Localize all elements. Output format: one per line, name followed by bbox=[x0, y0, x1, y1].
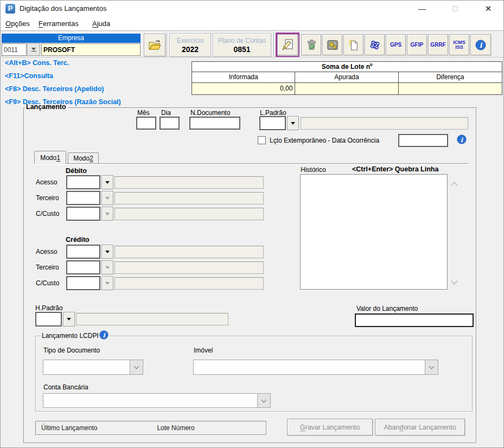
debito-ccusto-input[interactable] bbox=[66, 207, 100, 221]
link-desc-razao[interactable]: <F9> Desc. Terceiros (Razão Social) bbox=[5, 98, 121, 106]
title-bar: P Digitação dos Lançamentos — ✕ bbox=[1, 1, 503, 17]
tipo-documento-select[interactable] bbox=[43, 360, 143, 375]
credito-terceiro-dropdown-button[interactable] bbox=[101, 260, 113, 274]
debito-terceiro-dropdown-button[interactable] bbox=[101, 191, 113, 205]
soma-informada-value[interactable]: 0,00 bbox=[192, 83, 295, 94]
active-tool-highlight bbox=[276, 33, 299, 57]
toolbar: Empresa Exercício 2022 Plano de Contas 0… bbox=[1, 30, 503, 57]
gravar-lancamento-button[interactable]: Gravar Lançamento bbox=[287, 419, 373, 436]
empresa-header: Empresa bbox=[2, 34, 141, 43]
soma-diferenca-value bbox=[399, 83, 502, 94]
extemporaneo-label: Lçto Extemporâneo - Data Ocorrência bbox=[270, 137, 379, 144]
empresa-dropdown-button[interactable] bbox=[27, 43, 40, 56]
chevron-down-icon bbox=[134, 364, 139, 369]
rotate-view-button[interactable] bbox=[365, 34, 385, 55]
empresa-code-input[interactable] bbox=[2, 43, 27, 56]
settings-button[interactable] bbox=[322, 34, 342, 55]
credito-acesso-input[interactable] bbox=[66, 245, 100, 259]
info-icon: i bbox=[475, 40, 486, 50]
exercicio-panel: Exercício 2022 bbox=[169, 33, 211, 57]
h-padrao-description-field bbox=[76, 313, 228, 325]
empresa-name-field[interactable] bbox=[41, 43, 141, 56]
h-padrao-label: H.Padrão bbox=[35, 304, 63, 312]
lcdpr-info-icon[interactable]: i bbox=[98, 330, 110, 342]
gfip-button[interactable]: GFIP bbox=[407, 34, 427, 55]
credito-ccusto-input[interactable] bbox=[66, 276, 100, 290]
settings-gears-icon bbox=[327, 39, 339, 51]
abandonar-lancamento-button[interactable]: Abandonar Lançamento bbox=[375, 419, 465, 436]
credito-acesso-description-field bbox=[114, 246, 264, 258]
debito-ccusto-dropdown-button[interactable] bbox=[101, 207, 113, 221]
link-desc-apelido[interactable]: <F8> Desc. Terceiros (Apelido) bbox=[5, 85, 104, 93]
icms-iss-button[interactable]: ICMS ISS bbox=[449, 34, 469, 55]
conta-bancaria-dropdown-button[interactable] bbox=[257, 394, 270, 407]
soma-header-diferenca: Diferença bbox=[399, 72, 502, 82]
new-entry-button[interactable] bbox=[343, 34, 363, 55]
toolbar-separator bbox=[273, 33, 275, 57]
plano-contas-panel: Plano de Contas 0851 bbox=[213, 33, 271, 57]
conta-bancaria-select[interactable] bbox=[43, 393, 271, 408]
exercicio-value: 2022 bbox=[182, 45, 199, 54]
link-cons-terc[interactable]: <Alt+B> Cons. Terc. bbox=[5, 59, 69, 67]
credito-terceiro-input[interactable] bbox=[66, 260, 100, 274]
dia-label: Dia bbox=[161, 109, 171, 117]
dropdown-arrow-icon bbox=[105, 266, 110, 269]
close-button[interactable]: ✕ bbox=[476, 1, 501, 17]
debito-acesso-dropdown-button[interactable] bbox=[101, 175, 113, 189]
app-window: P Digitação dos Lançamentos — ✕ Opções F… bbox=[0, 0, 504, 448]
menu-ferramentas[interactable]: Ferramentas bbox=[35, 17, 82, 30]
tipo-documento-dropdown-button[interactable] bbox=[130, 360, 143, 374]
n-documento-label: N.Documento bbox=[190, 109, 230, 117]
l-padrao-input[interactable] bbox=[259, 116, 286, 130]
data-ocorrencia-input[interactable] bbox=[398, 134, 448, 147]
prosoft-logo-icon: P bbox=[5, 4, 15, 14]
dropdown-arrow-icon bbox=[105, 251, 110, 253]
imovel-dropdown-button[interactable] bbox=[425, 360, 438, 374]
credito-acesso-label: Acesso bbox=[36, 248, 57, 255]
historico-textarea[interactable] bbox=[300, 174, 448, 290]
h-padrao-input[interactable] bbox=[35, 312, 62, 327]
valor-lancamento-input[interactable] bbox=[355, 313, 474, 327]
h-padrao-dropdown-button[interactable] bbox=[63, 312, 75, 327]
soma-header-apurada: Apurada bbox=[295, 72, 398, 82]
soma-header-informada: Informada bbox=[192, 72, 295, 82]
plano-contas-value: 0851 bbox=[233, 45, 250, 54]
toolbar-separator bbox=[167, 33, 168, 57]
chevron-down-icon bbox=[261, 397, 267, 402]
gps-button[interactable]: GPS bbox=[386, 34, 406, 55]
open-company-button[interactable] bbox=[144, 34, 165, 56]
credito-ccusto-description-field bbox=[114, 277, 264, 290]
link-consulta[interactable]: <F11>Consulta bbox=[5, 72, 53, 80]
menu-opcoes[interactable]: Opções bbox=[2, 17, 33, 30]
imovel-value bbox=[194, 360, 425, 374]
grrf-button[interactable]: GRRF bbox=[428, 34, 448, 55]
imovel-label: Imóvel bbox=[194, 347, 213, 354]
dropdown-underline-icon bbox=[31, 51, 36, 52]
menu-ajuda[interactable]: Ajuda bbox=[89, 17, 113, 30]
last-entry-panel: Último Lançamento Lote Número bbox=[35, 421, 266, 435]
credito-acesso-dropdown-button[interactable] bbox=[101, 245, 113, 259]
info-button[interactable]: i bbox=[470, 34, 491, 55]
maximize-icon bbox=[452, 6, 458, 11]
delete-entry-button[interactable] bbox=[301, 34, 321, 55]
extemporaneo-checkbox[interactable] bbox=[258, 136, 266, 144]
menu-bar: Opções Ferramentas Ajuda bbox=[1, 17, 503, 30]
credito-ccusto-dropdown-button[interactable] bbox=[101, 276, 113, 290]
dia-input[interactable] bbox=[160, 117, 180, 130]
tab-modo-2[interactable]: Modo 2 bbox=[68, 152, 99, 164]
n-documento-input[interactable] bbox=[189, 117, 240, 130]
extemporaneo-info-icon[interactable]: i bbox=[457, 135, 467, 146]
dropdown-arrow-icon bbox=[105, 213, 110, 215]
debito-acesso-input[interactable] bbox=[66, 175, 100, 189]
imovel-select[interactable] bbox=[193, 360, 438, 375]
mes-input[interactable] bbox=[136, 117, 156, 130]
conta-bancaria-label: Conta Bancária bbox=[43, 383, 88, 391]
soma-lote-table: Soma de Lote nº Informada Apurada Difere… bbox=[192, 61, 502, 95]
credito-terceiro-label: Terceiro bbox=[36, 264, 59, 271]
tab-modo-1[interactable]: Modo 1 bbox=[34, 151, 66, 164]
l-padrao-description-field bbox=[301, 117, 468, 130]
edit-entries-button[interactable] bbox=[277, 34, 298, 55]
debito-terceiro-input[interactable] bbox=[66, 191, 100, 205]
l-padrao-dropdown-button[interactable] bbox=[287, 116, 299, 130]
minimize-button[interactable]: — bbox=[410, 1, 435, 17]
